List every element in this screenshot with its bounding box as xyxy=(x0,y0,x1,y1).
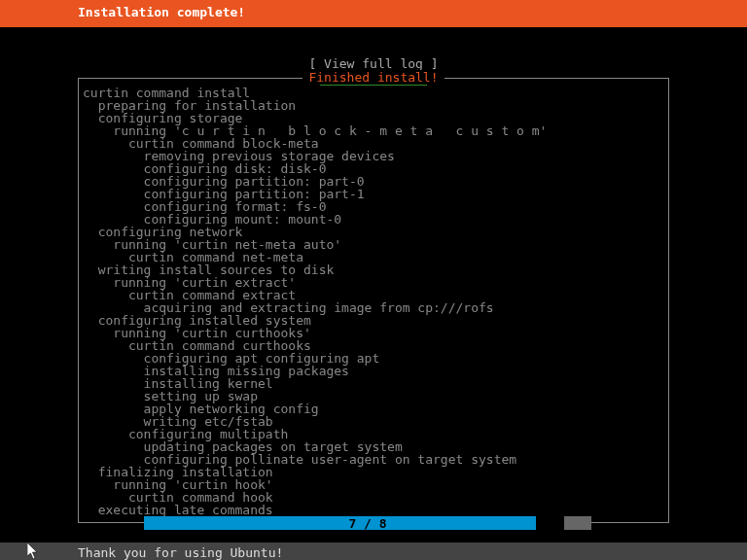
header-title: Installation complete! xyxy=(78,5,245,19)
progress-label: 7 / 8 xyxy=(144,517,591,530)
progress-bar: 7 / 8 xyxy=(0,515,747,531)
install-log-panel: Finished install! curtin command install… xyxy=(78,78,669,523)
panel-title: Finished install! xyxy=(79,71,668,84)
view-full-log-button[interactable]: [ View full log ] xyxy=(308,56,438,71)
header-bar: Installation complete! xyxy=(0,0,747,27)
install-log: curtin command install preparing for ins… xyxy=(79,79,668,522)
footer-bar: Thank you for using Ubuntu! xyxy=(0,542,747,560)
footer-text: Thank you for using Ubuntu! xyxy=(78,545,283,560)
main-area: Finished install! curtin command install… xyxy=(0,56,747,546)
